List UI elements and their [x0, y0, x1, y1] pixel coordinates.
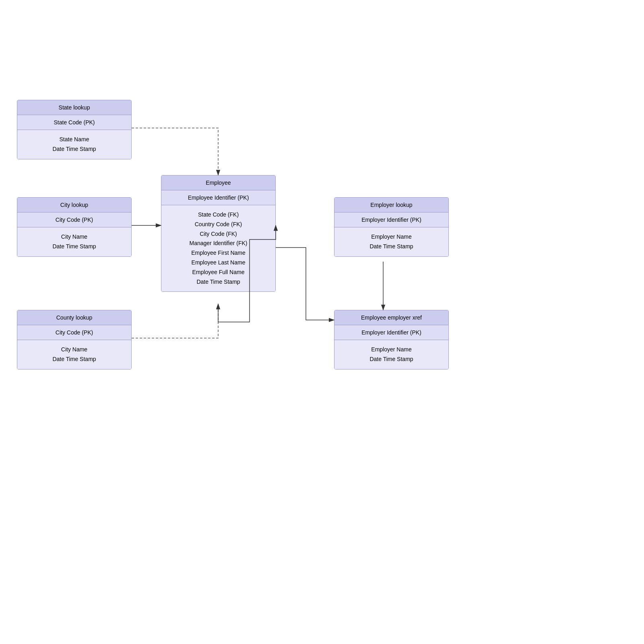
county-lookup-attrs: City NameDate Time Stamp: [17, 340, 131, 369]
employee-employer-xref-entity: Employee employer xref Employer Identifi…: [334, 310, 449, 369]
state-lookup-pk: State Code (PK): [17, 115, 131, 130]
city-lookup-entity: City lookup City Code (PK) City NameDate…: [17, 197, 132, 257]
employee-employer-xref-pk: Employer Identifier (PK): [334, 325, 448, 340]
employee-pk: Employee Identifier (PK): [161, 190, 275, 205]
employee-employer-xref-attrs: Employer NameDate Time Stamp: [334, 340, 448, 369]
diagram-container: State lookup State Code (PK) State NameD…: [0, 0, 644, 644]
city-lookup-pk: City Code (PK): [17, 213, 131, 227]
employee-employer-xref-header: Employee employer xref: [334, 310, 448, 325]
employee-entity: Employee Employee Identifier (PK) State …: [161, 175, 276, 292]
employee-to-xref-arrow: [276, 248, 334, 320]
employee-attrs: State Code (FK) Country Code (FK) City C…: [161, 205, 275, 291]
county-lookup-pk: City Code (PK): [17, 325, 131, 340]
city-lookup-header: City lookup: [17, 198, 131, 213]
state-to-employee-arrow: [132, 128, 218, 175]
county-lookup-header: County lookup: [17, 310, 131, 325]
state-lookup-header: State lookup: [17, 100, 131, 115]
employer-lookup-entity: Employer lookup Employer Identifier (PK)…: [334, 197, 449, 257]
state-lookup-entity: State lookup State Code (PK) State NameD…: [17, 100, 132, 159]
county-lookup-entity: County lookup City Code (PK) City NameDa…: [17, 310, 132, 369]
employer-lookup-attrs: Employer NameDate Time Stamp: [334, 227, 448, 256]
employer-lookup-header: Employer lookup: [334, 198, 448, 213]
employer-lookup-pk: Employer Identifier (PK): [334, 213, 448, 227]
county-to-employee-arrow: [132, 304, 218, 338]
city-lookup-attrs: City NameDate Time Stamp: [17, 227, 131, 256]
state-lookup-attrs: State NameDate Time Stamp: [17, 130, 131, 159]
employee-header: Employee: [161, 175, 275, 190]
